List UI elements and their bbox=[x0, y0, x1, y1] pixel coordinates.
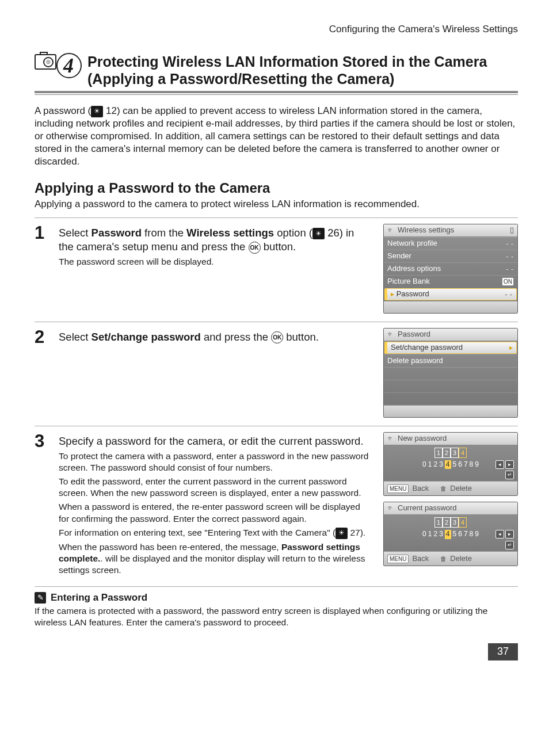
selection-arrow-icon: ▸ bbox=[391, 290, 394, 298]
note-body: If the camera is protected with a passwo… bbox=[35, 605, 518, 628]
step-3-p2: To edit the password, enter the current … bbox=[59, 476, 372, 499]
reference-icon: ☀ bbox=[312, 228, 325, 239]
step-2: 2 Select Set/change password and press t… bbox=[35, 322, 518, 426]
step-number: 2 bbox=[35, 328, 52, 418]
screen-current-password: ᯤCurrent password 1234 0123456789 ◂▸ ↵ M… bbox=[383, 502, 518, 566]
reference-icon: ☀ bbox=[91, 106, 103, 117]
step-number: 3 bbox=[35, 432, 52, 578]
step-3-p1: To protect the camera with a password, e… bbox=[59, 450, 372, 474]
note-title: Entering a Password bbox=[51, 591, 147, 604]
wireless-icon: ᯤ bbox=[387, 504, 394, 513]
ok-button-icon: OK bbox=[271, 331, 283, 343]
step-3-p5: When the password has been re-entered, t… bbox=[59, 541, 372, 576]
reference-icon: ☀ bbox=[336, 528, 348, 539]
wireless-icon: ᯤ bbox=[387, 226, 394, 235]
password-display: 1234 bbox=[384, 448, 517, 458]
screen-new-password: ᯤNew password 1234 0123456789 ◂▸ ↵ MENUB… bbox=[383, 432, 518, 497]
enter-icon: ↵ bbox=[505, 471, 514, 479]
step-1-subtext: The password screen will be displayed. bbox=[59, 256, 372, 268]
step-1: 1 Select Password from the Wireless sett… bbox=[35, 218, 518, 322]
right-arrow-icon: ▸ bbox=[505, 460, 514, 469]
camera-icon: ◎ bbox=[35, 54, 56, 70]
page-number: 37 bbox=[35, 643, 518, 660]
step-3-instruction: Specify a password for the camera, or ed… bbox=[59, 434, 372, 448]
enter-icon: ↵ bbox=[505, 541, 514, 549]
screen-wireless-settings: ᯤWireless settings▯ Network profile- - S… bbox=[383, 224, 518, 314]
step-3-p4: For information on entering text, see "E… bbox=[59, 527, 372, 539]
section-title: Protecting Wireless LAN Information Stor… bbox=[87, 53, 487, 87]
intro-paragraph: A password (☀ 12) can be applied to prev… bbox=[35, 105, 518, 168]
left-arrow-icon: ◂ bbox=[495, 530, 504, 539]
digit-input-row: 0123456789 ◂▸ bbox=[384, 530, 517, 539]
subheading: Applying a Password to the Camera bbox=[35, 179, 518, 197]
battery-icon: ▯ bbox=[510, 226, 514, 235]
section-header: ◎ 4 Protecting Wireless LAN Information … bbox=[35, 53, 518, 87]
step-3-p3: When a password is entered, the re-enter… bbox=[59, 501, 372, 524]
section-number-badge: 4 bbox=[56, 53, 82, 78]
step-2-instruction: Select Set/change password and press the… bbox=[59, 330, 372, 344]
running-header: Configuring the Camera's Wireless Settin… bbox=[35, 23, 518, 36]
chevron-right-icon: ▸ bbox=[509, 343, 513, 353]
section-title-line2: (Applying a Password/Resetting the Camer… bbox=[87, 71, 394, 87]
screen-password-menu: ᯤPassword Set/change password▸ Delete pa… bbox=[383, 328, 518, 418]
menu-button-icon: MENU bbox=[387, 484, 409, 493]
pencil-icon: ✎ bbox=[35, 592, 46, 604]
trash-icon: 🗑 bbox=[440, 484, 447, 492]
section-rule bbox=[35, 91, 518, 95]
trash-icon: 🗑 bbox=[440, 555, 447, 563]
right-arrow-icon: ▸ bbox=[505, 530, 514, 539]
note-header: ✎ Entering a Password bbox=[35, 591, 518, 604]
digit-input-row: 0123456789 ◂▸ bbox=[384, 460, 517, 469]
wireless-icon: ᯤ bbox=[387, 434, 394, 444]
steps-container: 1 Select Password from the Wireless sett… bbox=[35, 217, 518, 587]
wireless-icon: ᯤ bbox=[387, 330, 394, 339]
ok-button-icon: OK bbox=[249, 242, 261, 254]
subheading-description: Applying a password to the camera to pro… bbox=[35, 198, 518, 211]
section-title-line1: Protecting Wireless LAN Information Stor… bbox=[87, 54, 487, 70]
step-1-instruction: Select Password from the Wireless settin… bbox=[59, 226, 372, 254]
step-3: 3 Specify a password for the camera, or … bbox=[35, 426, 518, 586]
step-number: 1 bbox=[35, 224, 52, 314]
menu-button-icon: MENU bbox=[387, 555, 409, 563]
password-display: 1234 bbox=[384, 517, 517, 528]
left-arrow-icon: ◂ bbox=[495, 460, 504, 469]
